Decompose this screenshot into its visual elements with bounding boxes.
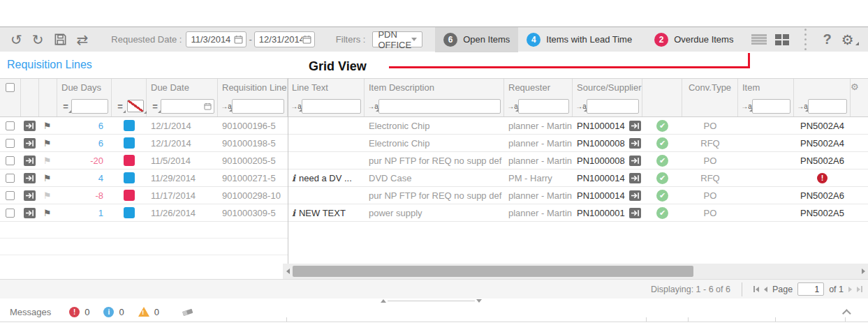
- save-button[interactable]: [49, 29, 72, 50]
- filter-select[interactable]: PDN OFFICE: [372, 31, 422, 47]
- open-line-detail-icon[interactable]: [24, 121, 36, 131]
- row-checkbox[interactable]: [6, 139, 15, 148]
- calendar-icon[interactable]: [302, 35, 311, 44]
- starts-with-operator-icon[interactable]: →a: [797, 103, 808, 110]
- due-days-value[interactable]: -20: [90, 156, 112, 166]
- item-filter-field[interactable]: [752, 99, 790, 114]
- due-date-filter-input[interactable]: [163, 101, 204, 111]
- column-item-number[interactable]: →a: [794, 79, 851, 116]
- row-checkbox[interactable]: [6, 121, 15, 130]
- item-number-filter-field[interactable]: [808, 99, 847, 114]
- row-checkbox[interactable]: [6, 191, 15, 200]
- page-next-button[interactable]: [848, 287, 852, 292]
- page-number-input[interactable]: [797, 282, 824, 296]
- open-supplier-icon[interactable]: [629, 208, 641, 218]
- open-line-detail-icon[interactable]: [24, 138, 36, 149]
- open-supplier-icon[interactable]: [629, 121, 641, 131]
- due-days-filter-field[interactable]: [71, 99, 108, 114]
- flag-icon[interactable]: ⚑: [43, 138, 52, 149]
- line-text-header[interactable]: Line Text: [288, 79, 364, 96]
- color-filter-button[interactable]: [127, 100, 144, 112]
- calendar-icon[interactable]: [204, 102, 212, 111]
- due-days-value[interactable]: 1: [98, 208, 112, 218]
- equals-operator-icon[interactable]: =: [149, 101, 161, 112]
- grid-row[interactable]: ⚑612/1/2014901000196-5Electronic Chippla…: [0, 117, 868, 135]
- column-source-supplier[interactable]: Source/Supplier →a: [573, 79, 642, 116]
- splitter-expand-icon[interactable]: [381, 299, 386, 303]
- flag-icon[interactable]: ⚑: [43, 156, 52, 166]
- scrollbar-thumb[interactable]: [293, 266, 693, 277]
- source-supplier-filter-field[interactable]: [587, 99, 639, 114]
- page-last-button[interactable]: [857, 286, 862, 292]
- item-header[interactable]: Item: [738, 79, 793, 96]
- requester-filter-input[interactable]: [521, 101, 566, 111]
- column-due-days[interactable]: Due Days =: [57, 79, 112, 116]
- page-first-button[interactable]: [753, 286, 759, 292]
- source-supplier-header[interactable]: Source/Supplier: [573, 79, 642, 96]
- help-button[interactable]: ?: [818, 29, 836, 50]
- starts-with-operator-icon[interactable]: →a: [290, 103, 302, 110]
- row-checkbox[interactable]: [6, 209, 15, 218]
- select-all-checkbox[interactable]: [6, 83, 15, 92]
- requisition-line-filter-field[interactable]: [232, 99, 284, 114]
- grid-view-button[interactable]: [747, 33, 771, 45]
- starts-with-operator-icon[interactable]: →a: [367, 103, 378, 110]
- open-supplier-icon[interactable]: [629, 138, 641, 149]
- open-line-detail-icon[interactable]: [24, 208, 36, 218]
- settings-button[interactable]: ⚙: [837, 29, 864, 50]
- open-supplier-icon[interactable]: [629, 173, 641, 183]
- item-filter-input[interactable]: [755, 101, 788, 111]
- redo-button[interactable]: ↻: [27, 29, 49, 50]
- line-text-filter-input[interactable]: [304, 101, 358, 111]
- date-from-input[interactable]: [191, 34, 234, 45]
- due-days-value[interactable]: 4: [98, 173, 112, 183]
- due-days-value[interactable]: 6: [98, 121, 112, 131]
- grid-row[interactable]: ⚑-2011/5/2014901000205-5pur NP FTP for R…: [0, 152, 868, 169]
- date-to-field[interactable]: [254, 31, 315, 47]
- item-description-header[interactable]: Item Description: [365, 79, 503, 96]
- item-description-filter-field[interactable]: [378, 99, 501, 114]
- splitter-collapse-icon[interactable]: [476, 299, 482, 303]
- column-item-description[interactable]: Item Description →a: [365, 79, 504, 116]
- starts-with-operator-icon[interactable]: →a: [741, 103, 752, 110]
- due-date-header[interactable]: Due Date: [147, 79, 217, 96]
- flag-icon[interactable]: ⚑: [43, 190, 52, 201]
- item-alert-icon[interactable]: !: [817, 173, 827, 183]
- card-view-button[interactable]: [771, 34, 793, 45]
- column-line-text[interactable]: Line Text →a: [288, 79, 365, 116]
- row-checkbox[interactable]: [6, 156, 15, 165]
- filter-open-items[interactable]: 6 Open Items: [435, 27, 518, 52]
- grid-row[interactable]: ⚑111/26/2014901000309-5iNEW TEXTpower su…: [0, 204, 868, 222]
- grid-row[interactable]: ⚑-811/17/2014901000298-10pur NP FTP for …: [0, 187, 868, 204]
- item-description-filter-input[interactable]: [381, 101, 498, 111]
- due-days-header[interactable]: Due Days: [57, 79, 111, 96]
- flag-icon[interactable]: ⚑: [43, 121, 52, 131]
- open-line-detail-icon[interactable]: [24, 173, 36, 183]
- starts-with-operator-icon[interactable]: →a: [507, 103, 518, 110]
- open-supplier-icon[interactable]: [629, 190, 641, 201]
- scroll-right-arrow[interactable]: [858, 269, 868, 274]
- equals-operator-icon[interactable]: =: [115, 101, 126, 112]
- panel-splitter[interactable]: [381, 299, 482, 302]
- due-days-value[interactable]: 6: [98, 138, 112, 149]
- column-requester[interactable]: Requester →a: [504, 79, 573, 116]
- grid-row[interactable]: ⚑612/1/2014901000198-5Electronic Chippla…: [0, 135, 868, 152]
- equals-operator-icon[interactable]: =: [60, 101, 71, 112]
- scroll-left-arrow[interactable]: [283, 269, 293, 274]
- date-from-field[interactable]: [186, 31, 247, 47]
- column-item[interactable]: Item →a: [738, 79, 794, 116]
- collapse-messages-chevron-icon[interactable]: [842, 309, 851, 318]
- filter-lead-time-items[interactable]: 4 Items with Lead Time: [518, 27, 640, 52]
- line-text-filter-field[interactable]: [302, 99, 361, 114]
- date-to-input[interactable]: [259, 34, 302, 45]
- requisition-line-filter-input[interactable]: [235, 101, 281, 111]
- starts-with-operator-icon[interactable]: →a: [575, 103, 587, 110]
- column-settings-gear-icon[interactable]: ⚙: [851, 82, 859, 92]
- clear-messages-eraser-icon[interactable]: [182, 307, 194, 317]
- requester-header[interactable]: Requester: [504, 79, 572, 96]
- due-days-filter-input[interactable]: [74, 101, 105, 111]
- item-number-filter-input[interactable]: [811, 101, 844, 111]
- flag-icon[interactable]: ⚑: [43, 208, 52, 218]
- requisition-line-header[interactable]: Requisition Line: [218, 79, 287, 96]
- open-line-detail-icon[interactable]: [24, 190, 36, 201]
